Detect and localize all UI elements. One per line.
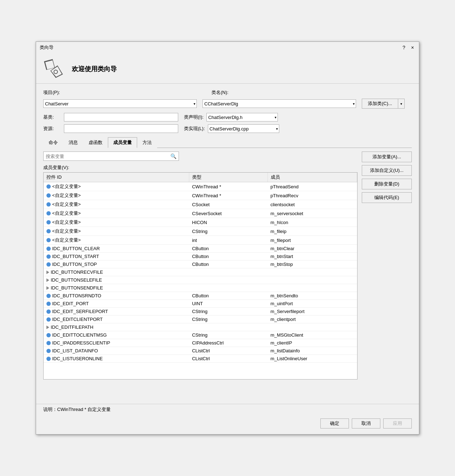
search-icon: 🔍 (170, 153, 176, 159)
classdecl-field-group: 类声明(I): ChatServerDlg.h (184, 113, 278, 122)
table-row[interactable]: <自定义变量>CSeverSocketm_serversocket (44, 209, 357, 218)
resource-input[interactable]: IDD_CHATSERVER_DIALOG (64, 124, 178, 133)
tabs-row: 命令消息虚函数成员变量方法 (43, 137, 412, 148)
cell-type: HICON (189, 218, 268, 227)
blue-circle-icon (46, 349, 51, 353)
members-label: 成员变量(V): (43, 164, 358, 171)
tab-member_var[interactable]: 成员变量 (108, 137, 137, 148)
cell-member: m_btnStop (268, 261, 357, 268)
classimpl-field-group: 类实现(L): ChatServerDlg.cpp (184, 124, 279, 133)
search-row: 🔍 (43, 152, 358, 161)
cell-id-text: IDC_BUTTON_STOP (52, 262, 97, 267)
table-row[interactable]: <自定义变量>CStringm_fileip (44, 227, 357, 236)
add-class-arrow-button[interactable]: ▾ (398, 99, 404, 108)
classimpl-select[interactable]: ChatServerDlg.cpp (208, 124, 279, 133)
close-button[interactable]: × (409, 44, 416, 51)
table-row[interactable]: IDC_EDIT_PORTUINTm_uintPort (44, 300, 357, 308)
table-row[interactable]: IDC_EDITFILEPATH (44, 323, 357, 331)
table-row[interactable]: IDC_BUTTON_STOPCButtonm_btnStop (44, 261, 357, 268)
tab-msg[interactable]: 消息 (63, 137, 83, 148)
table-row[interactable]: IDC_IPADDRESSCLIENTIPCIPAddressCtrlm_cli… (44, 339, 357, 347)
blue-circle-icon (46, 211, 51, 215)
classname-select-wrapper[interactable]: CChatServerDlg (202, 99, 356, 108)
table-row[interactable]: IDC_BUTTONSENDFILE (44, 284, 357, 292)
cell-id: IDC_BUTTONRECVFILE (44, 268, 189, 276)
table-row[interactable]: <自定义变量>intm_fileport (44, 236, 357, 245)
cell-member: m_uintPort (268, 300, 357, 308)
cell-id-text: <自定义变量> (52, 228, 81, 234)
col-id: 控件 ID (44, 173, 189, 182)
project-field-group: 项目(P): (43, 89, 206, 96)
blue-circle-icon (46, 333, 51, 337)
cell-id: <自定义变量> (44, 236, 189, 245)
classdecl-label: 类声明(I): (184, 114, 204, 120)
base-field-group: 基类: CDialogEx (43, 113, 178, 122)
cell-member: m_fileport (268, 236, 357, 245)
add-custom-button[interactable]: 添加自定义(U)... (362, 165, 412, 176)
cell-member: clientsocket (268, 200, 357, 209)
logo-icon (43, 58, 65, 80)
cell-type: CListCtrl (189, 355, 268, 363)
col-member: 成员 (268, 173, 357, 182)
classdecl-select[interactable]: ChatServerDlg.h (206, 113, 278, 122)
cell-id-text: IDC_BUTTONSENDFILE (51, 285, 103, 291)
delete-var-button[interactable]: 删除变量(D) (362, 179, 412, 189)
add-var-button[interactable]: 添加变量(A)... (362, 152, 412, 162)
table-row[interactable]: <自定义变量>CSocketclientsocket (44, 200, 357, 209)
tab-vfunc[interactable]: 虚函数 (83, 137, 108, 148)
table-row[interactable]: IDC_BUTTONRECVFILE (44, 268, 357, 276)
add-class-main-button[interactable]: 添加类(C)... (362, 99, 398, 108)
classdecl-select-wrapper[interactable]: ChatServerDlg.h (206, 113, 278, 122)
cell-id-text: IDC_EDITTOCLIENTMSG (52, 332, 107, 338)
cancel-button[interactable]: 取消 (352, 418, 380, 428)
cell-member: m_hIcon (268, 218, 357, 227)
table-row[interactable]: IDC_BUTTONSRNDTOCButtonm_btnSendto (44, 292, 357, 300)
col-type: 类型 (189, 173, 268, 182)
table-row[interactable]: IDC_BUTTON_CLEARCButtonm_btnClear (44, 245, 357, 253)
cell-id: IDC_LISTUSERONLINE (44, 355, 189, 363)
edit-code-button[interactable]: 编辑代码(E) (362, 192, 412, 203)
table-row[interactable]: IDC_BUTTONSELEFILE (44, 276, 357, 284)
tab-method[interactable]: 方法 (137, 137, 157, 148)
classimpl-select-wrapper[interactable]: ChatServerDlg.cpp (208, 124, 279, 133)
table-row[interactable]: IDC_BUTTON_STARTCButtonm_btnStart (44, 253, 357, 261)
table-row[interactable]: IDC_EDIT_SERFILEPORTCStringm_Serverfilep… (44, 308, 357, 316)
classname-select[interactable]: CChatServerDlg (202, 99, 356, 108)
arrow-icon (46, 271, 49, 274)
cell-id-text: <自定义变量> (52, 237, 81, 243)
blue-circle-icon (46, 309, 51, 314)
cell-type: CListCtrl (189, 347, 268, 355)
help-button[interactable]: ? (400, 44, 408, 51)
tab-cmd[interactable]: 命令 (43, 137, 63, 148)
table-row[interactable]: IDC_LISTUSERONLINECListCtrlm_ListOnlineU… (44, 355, 357, 363)
cell-type: CString (189, 308, 268, 316)
table-row[interactable]: IDC_LIST_DATAINFOCListCtrlm_listDatainfo (44, 347, 357, 355)
cell-id-text: IDC_EDIT_PORT (52, 301, 89, 306)
project-select[interactable]: ChatServer (43, 99, 197, 108)
table-row[interactable]: <自定义变量>CWinThread *pThreadRecv (44, 191, 357, 200)
cell-id-text: <自定义变量> (52, 210, 81, 217)
cell-id-text: IDC_LISTUSERONLINE (52, 356, 103, 361)
project-select-wrapper[interactable]: ChatServer (43, 99, 197, 108)
table-row[interactable]: IDC_EDITTOCLIENTMSGCStringm_MSGtoClient (44, 331, 357, 339)
table-row[interactable]: IDC_EDITCLIENTPORTCStringm_clientport (44, 316, 357, 323)
add-class-button-group[interactable]: 添加类(C)... ▾ (362, 99, 405, 109)
title-bar: 类向导 ? × (36, 42, 419, 53)
table-row[interactable]: <自定义变量>HICONm_hIcon (44, 218, 357, 227)
status-bar: 说明：CWinThread * 自定义变量 (36, 404, 419, 415)
cell-type: CString (189, 316, 268, 323)
table-row[interactable]: <自定义变量>CWinThread *pThreadSend (44, 182, 357, 191)
cell-id-text: IDC_IPADDRESSCLIENTIP (52, 340, 110, 346)
search-and-actions: 🔍 成员变量(V): 控件 ID 类型 成员 (43, 152, 412, 380)
cell-id-text: IDC_BUTTON_CLEAR (52, 246, 100, 251)
members-table-container[interactable]: 控件 ID 类型 成员 <自定义变量>CWinThread *pThreadSe… (43, 172, 358, 380)
cell-id: IDC_IPADDRESSCLIENTIP (44, 339, 189, 347)
cell-type: CButton (189, 245, 268, 253)
cell-id-text: IDC_EDITFILEPATH (51, 324, 93, 330)
search-box[interactable]: 🔍 (43, 152, 179, 161)
cell-type: CWinThread * (189, 182, 268, 191)
ok-button[interactable]: 确定 (320, 418, 349, 428)
cell-id-text: <自定义变量> (52, 183, 81, 190)
base-input[interactable]: CDialogEx (64, 113, 178, 122)
search-input[interactable] (46, 154, 170, 159)
